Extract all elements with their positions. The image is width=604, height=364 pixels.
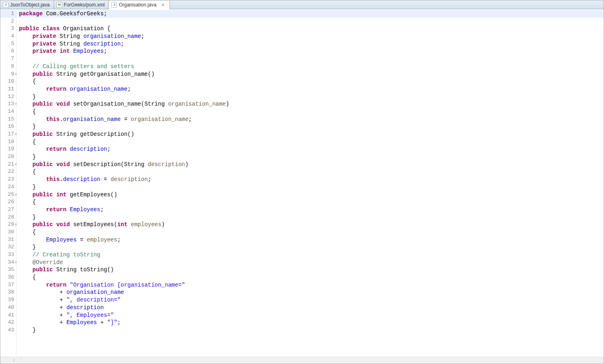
code-token bbox=[19, 116, 46, 123]
code-token: description bbox=[84, 41, 121, 47]
code-line[interactable]: Employees = employees; bbox=[19, 236, 604, 244]
line-number-gutter: 123456789⊖10111213⊖14151617⊖18192021⊖222… bbox=[0, 9, 17, 357]
code-token: // Creating toString bbox=[33, 252, 100, 258]
code-line[interactable]: } bbox=[19, 183, 604, 191]
code-line[interactable]: + ", Employees=" bbox=[19, 312, 604, 319]
code-token bbox=[19, 86, 46, 92]
code-line[interactable]: { bbox=[19, 229, 604, 236]
code-line[interactable]: { bbox=[19, 168, 604, 176]
tab-jsontoobject-java[interactable]: JJsonToObject.java bbox=[0, 0, 54, 9]
code-line[interactable]: } bbox=[19, 93, 604, 101]
code-line[interactable]: public String getOrganisation_name() bbox=[19, 71, 604, 78]
code-token: } bbox=[19, 214, 36, 220]
code-token bbox=[19, 221, 33, 228]
code-token bbox=[19, 41, 33, 47]
code-token: Employees bbox=[70, 206, 100, 213]
code-line[interactable]: + organisation_name bbox=[19, 289, 604, 296]
code-token: setEmployees( bbox=[70, 221, 117, 228]
code-line[interactable]: public void setOrganisation_name(String … bbox=[19, 100, 604, 108]
code-line[interactable]: public String getDescription() bbox=[19, 131, 604, 138]
close-icon[interactable]: ✕ bbox=[161, 2, 165, 7]
code-token: public bbox=[33, 221, 53, 228]
code-token: ; bbox=[141, 33, 144, 40]
code-token: Com.GeeksforGeeks; bbox=[43, 10, 107, 17]
code-token: int bbox=[117, 221, 127, 228]
code-token: { bbox=[19, 168, 36, 175]
code-line[interactable]: @Override bbox=[19, 259, 604, 266]
code-token: private bbox=[33, 33, 56, 40]
code-line[interactable]: } bbox=[19, 214, 604, 221]
code-token: { bbox=[19, 229, 36, 235]
code-token bbox=[19, 131, 33, 137]
code-line[interactable]: + Employees + "]"; bbox=[19, 319, 604, 327]
code-line[interactable]: public void setEmployees(int employees) bbox=[19, 221, 604, 229]
code-token bbox=[19, 206, 46, 213]
code-token: + bbox=[19, 312, 67, 318]
code-token bbox=[19, 191, 33, 198]
code-line[interactable]: public void setDescription(String descri… bbox=[19, 161, 604, 168]
scroll-left-icon[interactable]: ‹ bbox=[13, 358, 15, 363]
code-line[interactable]: return organisation_name; bbox=[19, 85, 604, 93]
fold-marker-icon[interactable]: ⊖ bbox=[15, 71, 17, 78]
code-line[interactable]: // Calling getters and setters bbox=[19, 63, 604, 71]
code-token: return bbox=[46, 206, 66, 213]
code-line[interactable]: { bbox=[19, 138, 604, 146]
code-line[interactable]: public String toString() bbox=[19, 266, 604, 274]
fold-marker-icon[interactable]: ⊖ bbox=[15, 100, 17, 108]
fold-marker-icon[interactable]: ⊖ bbox=[15, 191, 17, 199]
line-number: 17⊖ bbox=[0, 131, 16, 138]
code-line[interactable]: public int getEmployees() bbox=[19, 191, 604, 199]
fold-marker-icon[interactable]: ⊖ bbox=[15, 259, 17, 266]
code-line[interactable] bbox=[19, 55, 604, 63]
code-line[interactable]: { bbox=[19, 108, 604, 116]
code-token: // Calling getters and setters bbox=[33, 63, 134, 70]
code-line[interactable]: package Com.GeeksforGeeks; bbox=[19, 10, 604, 18]
line-number: 12 bbox=[0, 93, 16, 101]
code-token: package bbox=[19, 10, 43, 17]
code-line[interactable]: private String organisation_name; bbox=[19, 33, 604, 40]
line-number: 43 bbox=[0, 327, 16, 334]
code-token: void bbox=[56, 101, 70, 107]
code-area[interactable]: package Com.GeeksforGeeks;public class O… bbox=[17, 9, 604, 357]
code-token bbox=[19, 237, 46, 243]
code-line[interactable]: private int Employees; bbox=[19, 48, 604, 55]
line-number: 8 bbox=[0, 63, 16, 71]
fold-marker-icon[interactable]: ⊖ bbox=[15, 161, 17, 168]
code-token: } bbox=[19, 244, 36, 250]
code-line[interactable]: } bbox=[19, 153, 604, 161]
code-token: employees bbox=[87, 237, 117, 243]
code-line[interactable]: public class Organisation { bbox=[19, 25, 604, 33]
fold-marker-icon[interactable]: ⊖ bbox=[15, 221, 17, 229]
code-line[interactable]: } bbox=[19, 123, 604, 131]
code-line[interactable]: this.organisation_name = organisation_na… bbox=[19, 116, 604, 123]
code-line[interactable]: + description bbox=[19, 304, 604, 312]
horizontal-scrollbar[interactable]: ‹ bbox=[0, 357, 604, 364]
tab-organisation-java[interactable]: JOrganisation.java✕ bbox=[109, 1, 169, 9]
code-line[interactable]: return "Organisation [organisation_name=… bbox=[19, 281, 604, 289]
code-line[interactable] bbox=[19, 18, 604, 25]
code-line[interactable]: } bbox=[19, 243, 604, 251]
code-line[interactable]: return Employees; bbox=[19, 206, 604, 214]
fold-marker-icon[interactable]: ⊖ bbox=[15, 131, 17, 138]
code-token bbox=[67, 86, 70, 92]
code-token: ; bbox=[148, 176, 151, 183]
line-number: 25⊖ bbox=[0, 191, 16, 199]
code-line[interactable]: private String description; bbox=[19, 40, 604, 48]
code-token: setDescription(String bbox=[70, 161, 148, 168]
code-token: ; bbox=[104, 48, 107, 54]
line-number: 39 bbox=[0, 296, 16, 304]
code-line[interactable]: this.description = description; bbox=[19, 176, 604, 183]
code-token: String bbox=[56, 33, 83, 40]
code-line[interactable]: { bbox=[19, 198, 604, 206]
line-number: 24 bbox=[0, 183, 16, 191]
code-line[interactable]: return description; bbox=[19, 146, 604, 153]
code-line[interactable]: { bbox=[19, 78, 604, 85]
code-line[interactable]: { bbox=[19, 274, 604, 281]
code-token: ) bbox=[161, 221, 165, 228]
code-token: description bbox=[111, 176, 148, 183]
code-line[interactable]: } bbox=[19, 327, 604, 334]
code-line[interactable]: + ", description=" bbox=[19, 296, 604, 304]
code-line[interactable]: // Creating toString bbox=[19, 251, 604, 259]
code-token: = bbox=[77, 237, 87, 243]
tab-forgeeks-pom-xml[interactable]: MForGeeks/pom.xml bbox=[54, 0, 109, 9]
